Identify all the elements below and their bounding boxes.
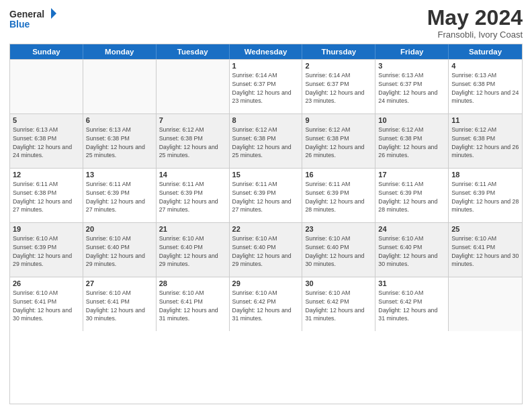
day-number: 20 (86, 225, 153, 233)
day-info: Sunrise: 6:11 AM Sunset: 6:39 PM Dayligh… (232, 180, 300, 214)
cal-cell: 21 Sunrise: 6:10 AM Sunset: 6:40 PM Dayl… (157, 223, 230, 277)
calendar-row-1: 1 Sunrise: 6:14 AM Sunset: 6:37 PM Dayli… (10, 59, 522, 113)
cal-cell: 24 Sunrise: 6:10 AM Sunset: 6:40 PM Dayl… (375, 223, 449, 277)
cal-cell: 31 Sunrise: 6:10 AM Sunset: 6:42 PM Dayl… (375, 277, 449, 331)
header-tuesday: Tuesday (157, 44, 230, 59)
cal-cell: 10 Sunrise: 6:12 AM Sunset: 6:38 PM Dayl… (375, 114, 449, 168)
day-number: 22 (232, 225, 300, 233)
day-info: Sunrise: 6:10 AM Sunset: 6:40 PM Dayligh… (378, 234, 445, 269)
day-info: Sunrise: 6:10 AM Sunset: 6:40 PM Dayligh… (305, 234, 372, 269)
logo-svg: General Blue (9, 7, 56, 31)
header-saturday: Saturday (449, 44, 522, 59)
day-number: 26 (13, 279, 80, 287)
cal-cell: 17 Sunrise: 6:11 AM Sunset: 6:39 PM Dayl… (375, 169, 449, 222)
day-number: 13 (86, 171, 153, 179)
day-number: 3 (378, 62, 445, 70)
day-number: 4 (451, 62, 519, 70)
header-sunday: Sunday (10, 44, 83, 59)
title-block: May 2024 Fransobli, Ivory Coast (427, 7, 523, 40)
day-number: 19 (13, 225, 80, 233)
title-month: May 2024 (427, 7, 523, 28)
calendar-row-5: 26 Sunrise: 6:10 AM Sunset: 6:41 PM Dayl… (10, 277, 522, 331)
title-location: Fransobli, Ivory Coast (427, 30, 523, 40)
day-info: Sunrise: 6:11 AM Sunset: 6:39 PM Dayligh… (86, 180, 153, 214)
day-info: Sunrise: 6:13 AM Sunset: 6:37 PM Dayligh… (378, 71, 445, 105)
cal-cell: 13 Sunrise: 6:11 AM Sunset: 6:39 PM Dayl… (83, 169, 157, 222)
day-number: 6 (86, 116, 153, 124)
cal-cell: 18 Sunrise: 6:11 AM Sunset: 6:39 PM Dayl… (449, 169, 522, 222)
svg-text:General: General (9, 9, 44, 19)
day-info: Sunrise: 6:10 AM Sunset: 6:42 PM Dayligh… (232, 289, 300, 323)
day-info: Sunrise: 6:12 AM Sunset: 6:38 PM Dayligh… (451, 126, 519, 160)
day-info: Sunrise: 6:10 AM Sunset: 6:39 PM Dayligh… (13, 234, 80, 269)
day-info: Sunrise: 6:11 AM Sunset: 6:39 PM Dayligh… (305, 180, 372, 214)
day-number: 17 (378, 171, 445, 179)
calendar: Sunday Monday Tuesday Wednesday Thursday… (9, 44, 523, 404)
day-number: 8 (232, 116, 300, 124)
day-info: Sunrise: 6:10 AM Sunset: 6:41 PM Dayligh… (451, 234, 519, 269)
header-monday: Monday (83, 44, 157, 59)
day-info: Sunrise: 6:14 AM Sunset: 6:37 PM Dayligh… (232, 71, 300, 105)
svg-text:Blue: Blue (9, 19, 30, 30)
day-number: 14 (159, 171, 226, 179)
cal-cell: 9 Sunrise: 6:12 AM Sunset: 6:38 PM Dayli… (302, 114, 375, 168)
day-number: 18 (451, 171, 519, 179)
cal-cell: 27 Sunrise: 6:10 AM Sunset: 6:41 PM Dayl… (83, 277, 157, 331)
cal-cell: 25 Sunrise: 6:10 AM Sunset: 6:41 PM Dayl… (449, 223, 522, 277)
day-info: Sunrise: 6:12 AM Sunset: 6:38 PM Dayligh… (305, 126, 372, 160)
day-info: Sunrise: 6:11 AM Sunset: 6:38 PM Dayligh… (13, 180, 80, 214)
day-info: Sunrise: 6:12 AM Sunset: 6:38 PM Dayligh… (159, 126, 226, 160)
day-info: Sunrise: 6:10 AM Sunset: 6:42 PM Dayligh… (305, 289, 372, 323)
cal-cell: 16 Sunrise: 6:11 AM Sunset: 6:39 PM Dayl… (302, 169, 375, 222)
cal-cell: 14 Sunrise: 6:11 AM Sunset: 6:39 PM Dayl… (157, 169, 230, 222)
cal-cell: 7 Sunrise: 6:12 AM Sunset: 6:38 PM Dayli… (157, 114, 230, 168)
calendar-row-3: 12 Sunrise: 6:11 AM Sunset: 6:38 PM Dayl… (10, 168, 522, 222)
header-thursday: Thursday (302, 44, 375, 59)
calendar-row-2: 5 Sunrise: 6:13 AM Sunset: 6:38 PM Dayli… (10, 113, 522, 168)
header: General Blue May 2024 Fransobli, Ivory C… (9, 7, 523, 40)
day-number: 16 (305, 171, 372, 179)
logo: General Blue (9, 7, 56, 31)
cal-cell: 4 Sunrise: 6:13 AM Sunset: 6:38 PM Dayli… (449, 60, 522, 113)
day-number: 25 (451, 225, 519, 233)
cal-cell: 6 Sunrise: 6:13 AM Sunset: 6:38 PM Dayli… (83, 114, 157, 168)
calendar-body: 1 Sunrise: 6:14 AM Sunset: 6:37 PM Dayli… (10, 59, 522, 331)
cal-cell (449, 277, 522, 331)
day-number: 24 (378, 225, 445, 233)
cal-cell: 15 Sunrise: 6:11 AM Sunset: 6:39 PM Dayl… (230, 169, 303, 222)
cal-cell: 23 Sunrise: 6:10 AM Sunset: 6:40 PM Dayl… (302, 223, 375, 277)
day-number: 2 (305, 62, 372, 70)
day-number: 5 (13, 116, 80, 124)
cal-cell: 3 Sunrise: 6:13 AM Sunset: 6:37 PM Dayli… (375, 60, 449, 113)
calendar-row-4: 19 Sunrise: 6:10 AM Sunset: 6:39 PM Dayl… (10, 222, 522, 277)
cal-cell: 1 Sunrise: 6:14 AM Sunset: 6:37 PM Dayli… (230, 60, 303, 113)
calendar-header-row: Sunday Monday Tuesday Wednesday Thursday… (10, 44, 522, 59)
day-info: Sunrise: 6:10 AM Sunset: 6:41 PM Dayligh… (86, 289, 153, 323)
day-number: 28 (159, 279, 226, 287)
day-info: Sunrise: 6:10 AM Sunset: 6:40 PM Dayligh… (86, 234, 153, 269)
day-number: 27 (86, 279, 153, 287)
day-info: Sunrise: 6:10 AM Sunset: 6:41 PM Dayligh… (13, 289, 80, 323)
day-info: Sunrise: 6:10 AM Sunset: 6:41 PM Dayligh… (159, 289, 226, 323)
day-info: Sunrise: 6:10 AM Sunset: 6:40 PM Dayligh… (159, 234, 226, 269)
cal-cell: 28 Sunrise: 6:10 AM Sunset: 6:41 PM Dayl… (157, 277, 230, 331)
day-number: 11 (451, 116, 519, 124)
cal-cell: 30 Sunrise: 6:10 AM Sunset: 6:42 PM Dayl… (302, 277, 375, 331)
day-info: Sunrise: 6:10 AM Sunset: 6:42 PM Dayligh… (378, 289, 445, 323)
cal-cell: 8 Sunrise: 6:12 AM Sunset: 6:38 PM Dayli… (230, 114, 303, 168)
page: General Blue May 2024 Fransobli, Ivory C… (0, 0, 532, 411)
cal-cell (10, 60, 83, 113)
day-number: 1 (232, 62, 300, 70)
day-number: 31 (378, 279, 445, 287)
day-number: 7 (159, 116, 226, 124)
day-number: 9 (305, 116, 372, 124)
cal-cell: 2 Sunrise: 6:14 AM Sunset: 6:37 PM Dayli… (302, 60, 375, 113)
day-number: 10 (378, 116, 445, 124)
cal-cell: 5 Sunrise: 6:13 AM Sunset: 6:38 PM Dayli… (10, 114, 83, 168)
cal-cell: 12 Sunrise: 6:11 AM Sunset: 6:38 PM Dayl… (10, 169, 83, 222)
day-number: 30 (305, 279, 372, 287)
cal-cell: 20 Sunrise: 6:10 AM Sunset: 6:40 PM Dayl… (83, 223, 157, 277)
header-friday: Friday (375, 44, 449, 59)
day-info: Sunrise: 6:10 AM Sunset: 6:40 PM Dayligh… (232, 234, 300, 269)
day-info: Sunrise: 6:13 AM Sunset: 6:38 PM Dayligh… (86, 126, 153, 160)
